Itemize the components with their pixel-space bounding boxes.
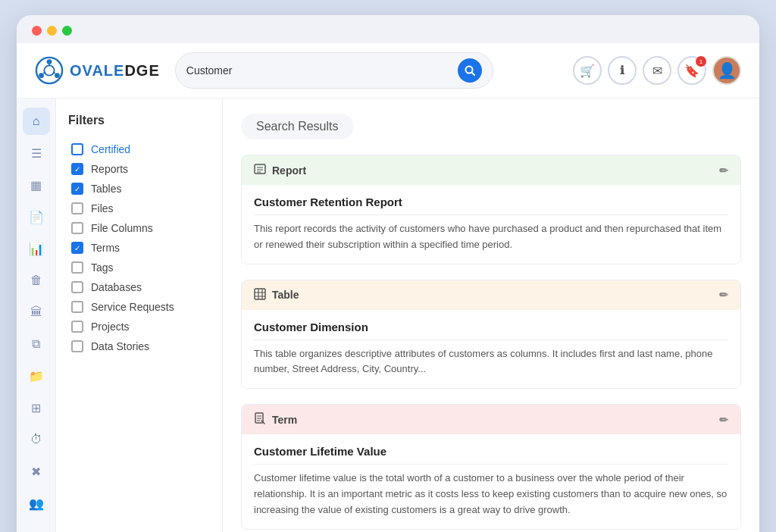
logo: OVALEDGE: [35, 56, 160, 85]
sidebar-icon-users[interactable]: 👥: [23, 490, 50, 517]
bookmark-badge: 1: [696, 56, 706, 67]
sidebar-icon-bank[interactable]: 🏛: [23, 299, 50, 326]
info-button[interactable]: ℹ: [608, 56, 637, 85]
sidebar-icon-layers[interactable]: ⧉: [23, 330, 50, 358]
sidebar-icon-clock[interactable]: ⏱: [23, 426, 50, 453]
sidebar-icon-table[interactable]: ▦: [23, 171, 50, 199]
mail-button[interactable]: ✉: [643, 56, 671, 85]
traffic-light-red[interactable]: [32, 26, 42, 36]
filter-label-terms: Terms: [91, 242, 120, 254]
cart-button[interactable]: 🛒: [573, 56, 602, 85]
traffic-light-green[interactable]: [62, 26, 72, 36]
term-card-body: Customer Lifetime Value Customer lifetim…: [242, 434, 740, 528]
table-type-label: Table: [272, 289, 299, 301]
report-card-header: Report ✏: [242, 155, 740, 185]
sidebar-icon-grid[interactable]: ⊞: [23, 394, 50, 421]
cart-icon: 🛒: [580, 64, 595, 78]
filter-label-databases: Databases: [91, 281, 142, 293]
filter-label-reports: Reports: [91, 163, 128, 175]
filter-checkbox-databases[interactable]: [71, 281, 83, 293]
sidebar-icon-file[interactable]: 📄: [23, 203, 50, 230]
table-card-body: Customer Dimension This table organizes …: [242, 310, 740, 389]
filter-item-reports[interactable]: ✓ Reports: [68, 159, 210, 179]
filter-label-files: Files: [91, 202, 114, 214]
report-card-title: Customer Retention Report: [254, 196, 728, 215]
filter-item-file-columns[interactable]: File Columns: [68, 218, 210, 238]
mail-icon: ✉: [652, 64, 662, 78]
sidebar-icon-trash[interactable]: 🗑: [23, 267, 50, 294]
search-icon: [465, 65, 475, 76]
bookmark-button[interactable]: 🔖 1: [677, 56, 706, 85]
filter-label-tags: Tags: [91, 261, 114, 274]
traffic-light-yellow[interactable]: [47, 26, 57, 36]
result-card-table: Table ✏ Customer Dimension This table or…: [241, 280, 741, 390]
filter-checkbox-tables[interactable]: ✓: [71, 183, 83, 195]
result-card-report: Report ✏ Customer Retention Report This …: [241, 155, 741, 264]
filter-item-files[interactable]: Files: [68, 199, 210, 218]
filter-checkbox-projects[interactable]: [71, 321, 83, 333]
filter-checkbox-reports[interactable]: ✓: [71, 163, 83, 175]
filter-item-terms[interactable]: ✓ Terms: [68, 238, 210, 258]
table-edit-icon[interactable]: ✏: [719, 289, 728, 301]
results-area: Search Results: [223, 99, 759, 532]
filter-label-projects: Projects: [91, 321, 130, 333]
sidebar-icon-tools[interactable]: ✖: [23, 458, 50, 485]
report-card-body: Customer Retention Report This report re…: [242, 185, 740, 264]
browser-window: OVALEDGE 🛒 ℹ: [17, 15, 759, 532]
sidebar-icons: ⌂ ☰ ▦ 📄 📊 🗑 🏛 ⧉ 📁 ⊞ ⏱ ✖ 👥: [17, 99, 56, 532]
table-card-header: Table ✏: [242, 280, 740, 310]
app-content: OVALEDGE 🛒 ℹ: [17, 43, 759, 532]
sidebar-icon-chart[interactable]: 📊: [23, 235, 50, 262]
results-header: Search Results: [241, 114, 354, 139]
traffic-lights: [32, 26, 72, 36]
table-card-desc: This table organizes descriptive attribu…: [254, 346, 728, 378]
search-input[interactable]: [186, 64, 452, 77]
sidebar-icon-home[interactable]: ⌂: [23, 108, 50, 135]
filters-panel: Filters Certified ✓ Reports ✓ Tables: [56, 99, 223, 532]
filter-item-databases[interactable]: Databases: [68, 277, 210, 297]
filter-label-tables: Tables: [91, 183, 121, 195]
term-card-desc: Customer lifetime value is the total wor…: [254, 471, 728, 518]
browser-chrome: [17, 15, 759, 43]
nav-icons: 🛒 ℹ ✉ 🔖 1 👤: [573, 56, 741, 85]
term-type-label: Term: [272, 414, 297, 426]
filter-item-tables[interactable]: ✓ Tables: [68, 179, 210, 199]
avatar-button[interactable]: 👤: [712, 56, 741, 85]
svg-rect-14: [255, 289, 265, 299]
filter-item-certified[interactable]: Certified: [68, 139, 210, 159]
filter-item-tags[interactable]: Tags: [68, 258, 210, 277]
filter-label-certified: Certified: [91, 143, 130, 155]
svg-point-1: [44, 65, 54, 75]
filter-checkbox-files[interactable]: [71, 202, 83, 214]
term-header-left: Term: [254, 412, 297, 427]
logo-text: OVALEDGE: [70, 62, 160, 80]
sidebar-icon-list[interactable]: ☰: [23, 139, 50, 167]
filter-checkbox-terms[interactable]: ✓: [71, 242, 83, 254]
avatar-icon: 👤: [718, 61, 737, 80]
filter-item-projects[interactable]: Projects: [68, 317, 210, 336]
table-header-left: Table: [254, 288, 299, 302]
search-button[interactable]: [458, 58, 482, 83]
report-card-desc: This report records the activity of cust…: [254, 221, 728, 253]
filter-checkbox-file-columns[interactable]: [71, 222, 83, 234]
search-bar[interactable]: [175, 52, 493, 89]
term-card-title: Customer Lifetime Value: [254, 445, 728, 465]
filter-checkbox-tags[interactable]: [71, 261, 83, 274]
term-card-header: Term ✏: [242, 405, 740, 434]
table-icon: [254, 288, 266, 302]
report-type-label: Report: [272, 164, 306, 177]
top-nav: OVALEDGE 🛒 ℹ: [17, 43, 759, 99]
filter-checkbox-certified[interactable]: [71, 143, 83, 155]
filter-checkbox-service-requests[interactable]: [71, 301, 83, 313]
filter-checkbox-data-stories[interactable]: [71, 340, 83, 352]
sidebar-icon-folder[interactable]: 📁: [23, 362, 50, 390]
report-edit-icon[interactable]: ✏: [719, 164, 728, 177]
filter-item-service-requests[interactable]: Service Requests: [68, 297, 210, 317]
svg-point-4: [39, 73, 44, 78]
info-icon: ℹ: [620, 64, 624, 77]
svg-line-9: [471, 73, 474, 76]
term-edit-icon[interactable]: ✏: [719, 414, 728, 426]
filter-item-data-stories[interactable]: Data Stories: [68, 336, 210, 356]
term-icon: [254, 412, 266, 427]
table-card-title: Customer Dimension: [254, 321, 728, 340]
